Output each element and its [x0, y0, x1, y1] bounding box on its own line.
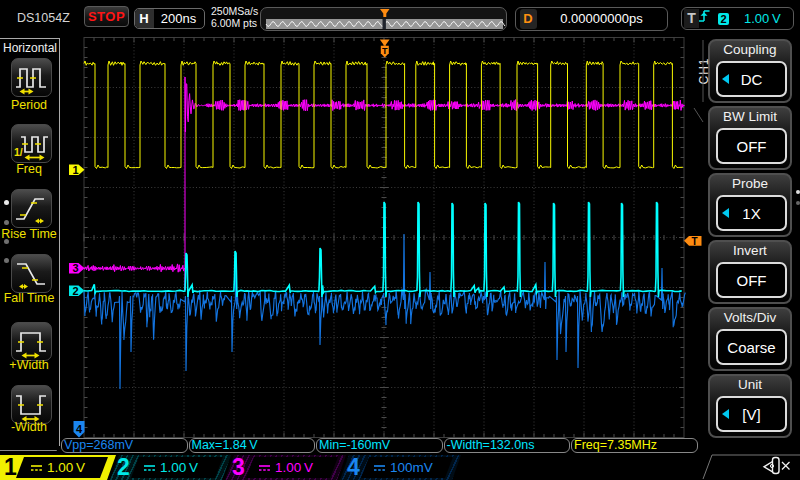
svg-text:1/: 1/: [14, 146, 23, 158]
svg-text:T: T: [382, 46, 388, 56]
svg-text:2: 2: [72, 285, 78, 297]
svg-text:1: 1: [72, 164, 78, 176]
svg-text:T: T: [691, 236, 697, 247]
svg-text:3: 3: [72, 262, 78, 274]
svg-text:4: 4: [76, 423, 83, 435]
